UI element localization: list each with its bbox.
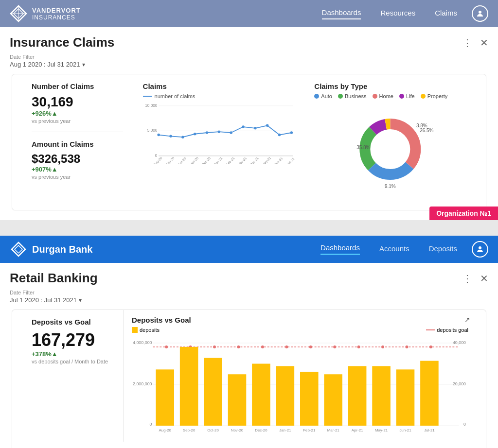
svg-text:35.8%: 35.8%	[356, 145, 370, 150]
bar-apr21	[348, 366, 367, 426]
expand-icon[interactable]: ↗	[464, 316, 470, 324]
svg-point-18	[230, 131, 232, 134]
org1-date-filter-value[interactable]: Aug 1 2020 : Jul 31 2021 ▾	[10, 61, 488, 68]
org2-chart-legend: deposits deposits goal	[132, 327, 468, 333]
svg-text:Dec-20: Dec-20	[255, 428, 267, 432]
org2-close-icon[interactable]: ✕	[480, 273, 488, 284]
bar-sep20	[180, 347, 198, 426]
org2-nav-links: Dashboards Accounts Deposits	[320, 243, 457, 255]
svg-point-19	[242, 125, 245, 128]
org2-date-filter-value[interactable]: Jul 1 2020 : Jul 31 2021 ▾	[10, 296, 488, 304]
svg-point-65	[333, 345, 336, 348]
pie-legend-home: Home	[373, 93, 393, 99]
svg-point-4	[479, 11, 481, 14]
svg-point-17	[217, 130, 220, 133]
svg-point-16	[205, 131, 208, 134]
bar-jan21	[276, 366, 295, 426]
svg-text:Aug-20: Aug-20	[153, 156, 163, 164]
org1-nav-links: Dashboards Resources Claims	[322, 8, 457, 19]
org1-amount-label: Amount in Claims	[32, 140, 123, 148]
org1-date-chevron-icon: ▾	[82, 61, 85, 68]
org1-pie-chart: Claims by Type Auto Business Home	[304, 74, 476, 200]
svg-text:3.8%: 3.8%	[416, 123, 427, 128]
bar-oct20	[204, 358, 222, 426]
org1-pie-legend: Auto Business Home Life	[314, 93, 466, 99]
org1-metrics-row: Number of Claims 30,169 +926%▲ vs previo…	[12, 74, 486, 210]
section-divider	[0, 228, 498, 236]
svg-text:Mar-21: Mar-21	[327, 428, 339, 432]
svg-point-47	[479, 246, 481, 249]
org2-nav-dashboards[interactable]: Dashboards	[320, 243, 360, 255]
svg-text:Oct-20: Oct-20	[177, 156, 187, 164]
org2-deposits-sub: vs deposits goal / Month to Date	[32, 359, 114, 364]
svg-point-67	[381, 345, 384, 348]
org1-claims-chart-legend: number of claims	[143, 93, 295, 99]
svg-text:Apr-21: Apr-21	[352, 428, 363, 432]
org2-dashboard-title: Retail Banking	[10, 271, 98, 286]
org1-amount-sub: vs previous year	[32, 174, 123, 180]
org1-amount-value: $326,538	[32, 152, 123, 166]
org1-header-actions: ⋮ ✕	[462, 37, 488, 49]
org2-avatar[interactable]	[472, 241, 488, 258]
org1-num-claims-sub: vs previous year	[32, 118, 123, 124]
svg-text:0: 0	[150, 422, 152, 427]
org1-dashboard: Insurance Claims ⋮ ✕ Date Filter Aug 1 2…	[0, 27, 498, 220]
org1-num-claims-change: +926%▲	[32, 110, 123, 117]
org1-nav-dashboards[interactable]: Dashboards	[322, 8, 361, 19]
svg-point-23	[290, 131, 293, 134]
org2-date-filter: Date Filter Jul 1 2020 : Jul 31 2021 ▾	[0, 290, 498, 310]
svg-text:Sep-20: Sep-20	[165, 156, 175, 164]
svg-text:0: 0	[155, 154, 157, 158]
org1-close-icon[interactable]: ✕	[480, 37, 488, 49]
svg-text:Sep-20: Sep-20	[183, 428, 196, 432]
svg-text:Feb-21: Feb-21	[303, 428, 315, 432]
vandervort-logo-icon	[10, 5, 27, 22]
org2-dashboard-header: Retail Banking ⋮ ✕	[0, 263, 498, 290]
auto-dot-icon	[314, 94, 319, 99]
org2-bar-chart: 4,000,000 2,000,000 0 40,000 20,000 0	[132, 337, 468, 434]
org1-avatar[interactable]	[472, 5, 488, 22]
org2-navbar: Durgan Bank Dashboards Accounts Deposits	[0, 236, 498, 263]
svg-text:Jul-21: Jul-21	[424, 428, 435, 432]
org1-nav-resources[interactable]: Resources	[380, 9, 415, 19]
org2-metrics-row: Deposits vs Goal 167,279 +378%▲ vs depos…	[12, 310, 486, 448]
org1-more-icon[interactable]: ⋮	[462, 37, 472, 49]
svg-text:Jun-21: Jun-21	[273, 156, 283, 164]
org2-nav-deposits[interactable]: Deposits	[429, 244, 457, 255]
org2-deposits-change: +378%▲	[32, 350, 114, 358]
svg-point-58	[165, 345, 168, 348]
svg-text:20,000: 20,000	[453, 381, 466, 386]
svg-text:Mar-21: Mar-21	[237, 156, 247, 164]
svg-text:0: 0	[463, 422, 466, 427]
business-dot-icon	[338, 94, 343, 99]
bar-may21	[372, 366, 391, 426]
property-dot-icon	[421, 94, 426, 99]
bar-nov20	[228, 374, 247, 426]
bar-dec20	[252, 364, 270, 426]
svg-point-69	[429, 345, 432, 348]
bar-feb21	[300, 372, 319, 426]
svg-text:Jan-21: Jan-21	[213, 156, 223, 164]
org1-line-chart: 10,000 5,000 0	[143, 101, 295, 164]
svg-text:Dec-20: Dec-20	[201, 156, 211, 164]
pie-legend-business: Business	[338, 93, 367, 99]
svg-text:Nov-20: Nov-20	[189, 156, 199, 164]
org2-more-icon[interactable]: ⋮	[462, 273, 472, 284]
org1-nav-claims[interactable]: Claims	[435, 9, 457, 19]
org2-nav-accounts[interactable]: Accounts	[379, 244, 409, 255]
legend-goal: deposits goal	[426, 327, 468, 333]
svg-text:9.1%: 9.1%	[385, 184, 396, 189]
svg-point-21	[266, 124, 269, 127]
org1-donut-chart: 26.5% 35.8% 9.1% 3.8%	[314, 103, 466, 190]
org2-deposits-label: Deposits vs Goal	[32, 318, 114, 326]
pie-legend-property: Property	[421, 93, 448, 99]
svg-marker-45	[12, 242, 25, 256]
svg-marker-46	[15, 245, 22, 253]
home-dot-icon	[373, 94, 377, 99]
svg-point-14	[181, 136, 184, 138]
org1-amount-change: +907%▲	[32, 166, 123, 173]
org1-dashboard-title: Insurance Claims	[10, 35, 114, 50]
life-dot-icon	[399, 94, 404, 99]
svg-text:May-21: May-21	[375, 428, 388, 432]
legend-deposits: deposits	[132, 327, 160, 333]
